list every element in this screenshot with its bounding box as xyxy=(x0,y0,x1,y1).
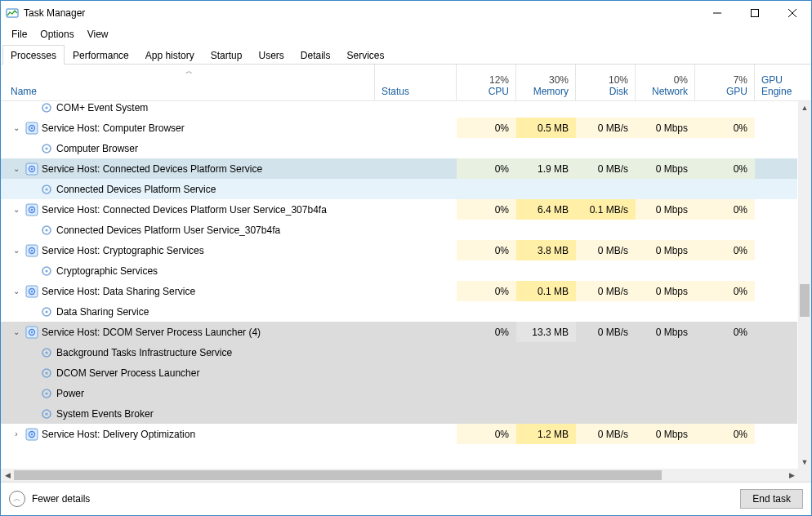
process-row[interactable]: ⌄Service Host: Data Sharing Service0%0.1… xyxy=(1,281,798,301)
net-cell: 0 Mbps xyxy=(636,118,695,138)
gpu-engine-cell xyxy=(755,199,798,220)
service-host-icon xyxy=(25,428,38,441)
menu-file[interactable]: File xyxy=(6,27,33,42)
col-status[interactable]: Status xyxy=(375,64,457,100)
gpu-engine-cell xyxy=(755,363,798,383)
status-cell xyxy=(375,101,457,118)
service-host-icon xyxy=(25,203,38,216)
collapse-icon[interactable]: ⌄ xyxy=(11,164,22,173)
service-icon xyxy=(40,367,53,380)
service-child-row[interactable]: Cryptographic Services xyxy=(1,260,798,281)
process-name: System Events Broker xyxy=(56,408,154,420)
status-cell xyxy=(375,118,457,138)
gpu-cell: 0% xyxy=(695,240,755,260)
maximize-button[interactable] xyxy=(736,1,774,25)
service-child-row[interactable]: Connected Devices Platform User Service_… xyxy=(1,220,798,240)
end-task-button[interactable]: End task xyxy=(740,489,803,509)
task-manager-window: Task Manager File Options View Processes… xyxy=(0,0,812,516)
gpu-cell xyxy=(695,260,755,281)
minimize-button[interactable] xyxy=(698,1,736,25)
process-row[interactable]: ⌄Service Host: Connected Devices Platfor… xyxy=(1,199,798,220)
tab-details[interactable]: Details xyxy=(292,45,339,64)
status-cell xyxy=(375,260,457,281)
process-row[interactable]: ›Service Host: Delivery Optimization0%1.… xyxy=(1,424,798,444)
menu-view[interactable]: View xyxy=(82,27,114,42)
tab-services[interactable]: Services xyxy=(339,45,393,64)
process-row[interactable]: ⌄Service Host: Computer Browser0%0.5 MB0… xyxy=(1,118,798,138)
cpu-cell xyxy=(457,403,516,424)
vertical-scrollbar[interactable]: ▲ ▼ xyxy=(797,101,811,469)
menu-options[interactable]: Options xyxy=(34,27,79,42)
status-cell xyxy=(375,363,457,383)
service-child-row[interactable]: DCOM Server Process Launcher xyxy=(1,363,798,383)
mem-cell xyxy=(516,101,576,118)
name-cell: ⌄Service Host: Cryptographic Services xyxy=(4,240,375,260)
process-name: Service Host: Delivery Optimization xyxy=(42,429,195,440)
svg-point-39 xyxy=(45,351,47,354)
mem-cell xyxy=(516,363,576,383)
collapse-icon[interactable]: ⌄ xyxy=(11,287,22,296)
service-child-row[interactable]: COM+ Event System xyxy=(1,101,798,118)
scroll-right-icon[interactable]: ▶ xyxy=(785,471,798,479)
gpu-engine-cell xyxy=(755,118,798,138)
menubar: File Options View xyxy=(1,26,811,42)
tab-startup[interactable]: Startup xyxy=(203,45,251,64)
collapse-icon[interactable]: ⌄ xyxy=(11,123,22,132)
svg-point-22 xyxy=(31,208,33,210)
cpu-cell: 0% xyxy=(457,118,516,138)
scroll-left-icon[interactable]: ◀ xyxy=(1,471,14,479)
service-icon xyxy=(40,224,53,237)
col-name[interactable]: ︿ Name xyxy=(4,64,375,100)
fewer-details-button[interactable]: ︿ Fewer details xyxy=(9,491,90,507)
col-cpu[interactable]: 12%CPU xyxy=(457,64,516,100)
collapse-icon[interactable]: ⌄ xyxy=(11,327,22,336)
service-child-row[interactable]: Data Sharing Service xyxy=(1,301,798,322)
col-gpu[interactable]: 7%GPU xyxy=(695,64,755,100)
process-row[interactable]: ⌄Service Host: Cryptographic Services0%3… xyxy=(1,240,798,260)
process-name: Service Host: Connected Devices Platform… xyxy=(42,204,327,216)
gpu-engine-cell xyxy=(755,260,798,281)
gpu-engine-cell xyxy=(755,179,798,199)
gpu-engine-cell xyxy=(755,101,798,118)
gpu-cell xyxy=(695,342,755,363)
tab-app-history[interactable]: App history xyxy=(137,45,203,64)
gpu-engine-cell xyxy=(755,322,798,342)
tab-processes[interactable]: Processes xyxy=(2,45,65,64)
name-cell: ⌄Service Host: Data Sharing Service xyxy=(4,281,375,301)
gpu-cell xyxy=(695,383,755,403)
collapse-icon[interactable]: ⌄ xyxy=(11,246,22,255)
col-disk[interactable]: 10%Disk xyxy=(576,64,636,100)
service-child-row[interactable]: Connected Devices Platform Service xyxy=(1,179,798,199)
gpu-cell xyxy=(695,220,755,240)
cpu-cell: 0% xyxy=(457,322,516,342)
process-row[interactable]: ⌄Service Host: DCOM Server Process Launc… xyxy=(1,322,798,342)
service-child-row[interactable]: Background Tasks Infrastructure Service xyxy=(1,342,798,363)
collapse-icon[interactable]: ⌄ xyxy=(11,205,22,214)
gpu-cell: 0% xyxy=(695,158,755,179)
expand-icon[interactable]: › xyxy=(11,429,22,438)
disk-cell: 0.1 MB/s xyxy=(576,199,636,220)
disk-cell xyxy=(576,179,636,199)
horizontal-scrollbar[interactable]: ◀ ▶ xyxy=(1,468,798,482)
name-cell: ⌄Service Host: Connected Devices Platfor… xyxy=(4,158,375,179)
mem-cell xyxy=(516,179,576,199)
horizontal-scroll-thumb[interactable] xyxy=(14,470,662,480)
col-gpu-engine[interactable]: GPU Engine xyxy=(755,64,811,100)
vertical-scroll-thumb[interactable] xyxy=(800,284,810,317)
scroll-down-icon[interactable]: ▼ xyxy=(798,456,811,469)
name-cell: Power xyxy=(4,383,375,403)
svg-point-29 xyxy=(45,269,47,272)
tab-users[interactable]: Users xyxy=(250,45,292,64)
gpu-cell xyxy=(695,301,755,322)
process-row[interactable]: ⌄Service Host: Connected Devices Platfor… xyxy=(1,158,798,179)
net-cell: 0 Mbps xyxy=(636,199,695,220)
service-child-row[interactable]: Computer Browser xyxy=(1,138,798,158)
net-cell xyxy=(636,138,695,158)
tab-performance[interactable]: Performance xyxy=(65,45,137,64)
scroll-up-icon[interactable]: ▲ xyxy=(798,101,811,114)
col-network[interactable]: 0%Network xyxy=(636,64,695,100)
service-child-row[interactable]: Power xyxy=(1,383,798,403)
service-child-row[interactable]: System Events Broker xyxy=(1,403,798,424)
col-memory[interactable]: 30%Memory xyxy=(516,64,576,100)
close-button[interactable] xyxy=(774,1,811,25)
